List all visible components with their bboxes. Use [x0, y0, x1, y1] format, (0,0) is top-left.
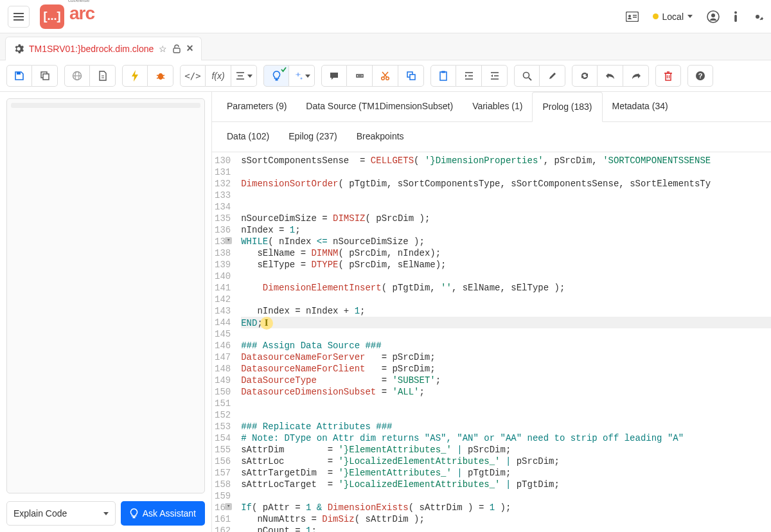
svg-rect-8 — [173, 48, 180, 53]
assistant-mode-select[interactable]: Explain Code — [6, 501, 116, 526]
tab-data[interactable]: Data (102) — [217, 122, 279, 152]
tab-metadata[interactable]: Metadata (34) — [603, 92, 678, 121]
svg-line-17 — [163, 75, 164, 76]
svg-rect-50 — [132, 517, 135, 519]
svg-line-16 — [157, 75, 159, 76]
server-label: Local — [662, 12, 684, 22]
ask-assistant-label: Ask Assistant — [143, 508, 196, 519]
cut-button[interactable] — [373, 65, 398, 87]
id-card-icon[interactable] — [626, 12, 639, 22]
svg-line-42 — [529, 78, 531, 80]
line-gutter: 130131132133134135136137▾138139140141142… — [212, 152, 236, 532]
menu-toggle-button[interactable] — [8, 6, 30, 28]
function-button[interactable]: f(x) — [206, 65, 231, 87]
code-button[interactable]: </> — [180, 65, 206, 87]
ai-sparkle-button[interactable] — [289, 65, 315, 87]
bulb-toggle-button[interactable] — [263, 65, 289, 87]
help-button[interactable]: ? — [687, 65, 713, 87]
globe-button[interactable] — [64, 65, 90, 87]
svg-point-41 — [523, 72, 529, 78]
svg-point-6 — [734, 11, 737, 13]
file-tab-title: TM1SRV01:}bedrock.dim.clone — [29, 44, 154, 54]
app-logo-icon: [...] — [40, 4, 64, 29]
edit-pencil-button[interactable] — [540, 65, 565, 87]
delete-button[interactable] — [655, 65, 681, 87]
refresh-button[interactable] — [572, 65, 598, 87]
svg-rect-3 — [633, 17, 637, 18]
run-button[interactable] — [122, 65, 148, 87]
assistant-mode-label: Explain Code — [13, 508, 67, 519]
process-gear-icon — [13, 44, 24, 54]
bulb-icon — [130, 508, 138, 519]
ask-assistant-button[interactable]: Ask Assistant — [121, 501, 205, 526]
duplicate-button[interactable] — [398, 65, 424, 87]
debug-button[interactable] — [148, 65, 173, 87]
tab-parameters[interactable]: Parameters (9) — [217, 92, 296, 121]
toolbar: </> f(x) ? — [0, 60, 771, 92]
code-area[interactable]: sSortComponentsSense = CELLGETS( '}Dimen… — [236, 152, 771, 532]
tab-variables[interactable]: Variables (1) — [463, 92, 532, 121]
undo-button[interactable] — [598, 65, 623, 87]
search-button[interactable] — [514, 65, 540, 87]
paste-button[interactable] — [430, 65, 456, 87]
main-area: Explain Code Ask Assistant Parameters (9… — [0, 92, 771, 532]
svg-point-15 — [158, 73, 163, 80]
svg-line-19 — [163, 78, 164, 78]
collapse-button[interactable] — [347, 65, 373, 87]
settings-gear-icon[interactable] — [752, 11, 763, 22]
align-button[interactable] — [231, 65, 257, 87]
svg-point-24 — [301, 78, 303, 80]
comment-button[interactable] — [321, 65, 347, 87]
save-button[interactable] — [6, 65, 32, 87]
star-icon[interactable]: ☆ — [159, 44, 167, 54]
svg-line-18 — [157, 78, 159, 78]
svg-rect-2 — [633, 15, 637, 16]
tab-prolog[interactable]: Prolog (183) — [532, 92, 602, 122]
svg-point-5 — [711, 13, 715, 17]
status-dot-icon — [653, 13, 659, 19]
svg-rect-7 — [734, 15, 737, 22]
tab-datasource[interactable]: Data Source (TM1DimensionSubset) — [296, 92, 463, 121]
section-tabs-row1: Parameters (9) Data Source (TM1Dimension… — [212, 92, 771, 122]
editor-panel: Parameters (9) Data Source (TM1Dimension… — [212, 92, 771, 532]
tab-breakpoints[interactable]: Breakpoints — [347, 122, 414, 152]
server-selector[interactable]: Local — [653, 12, 693, 22]
logo-main: arc — [69, 3, 94, 24]
assistant-output-box[interactable] — [6, 98, 205, 493]
svg-rect-34 — [441, 71, 445, 73]
copy-button[interactable] — [32, 65, 58, 87]
chevron-down-icon — [103, 512, 109, 515]
file-tab[interactable]: TM1SRV01:}bedrock.dim.clone ☆ × — [5, 37, 202, 60]
svg-rect-11 — [43, 74, 49, 80]
redo-button[interactable] — [623, 65, 649, 87]
svg-rect-23 — [275, 79, 278, 81]
assistant-panel: Explain Code Ask Assistant — [0, 92, 212, 532]
tab-epilog[interactable]: Epilog (237) — [279, 122, 347, 152]
svg-rect-43 — [666, 73, 671, 80]
file-tab-strip: TM1SRV01:}bedrock.dim.clone ☆ × — [0, 33, 771, 60]
code-editor[interactable]: 130131132133134135136137▾138139140141142… — [212, 152, 771, 532]
lock-open-icon[interactable] — [172, 44, 181, 53]
svg-text:?: ? — [698, 72, 703, 80]
svg-rect-33 — [440, 72, 447, 80]
svg-rect-9 — [17, 72, 21, 75]
top-bar: [...] cubewise arc Local — [0, 0, 771, 33]
svg-point-1 — [628, 15, 631, 17]
app-logo-text: cubewise arc — [69, 9, 94, 24]
document-button[interactable] — [90, 65, 116, 87]
user-icon[interactable] — [707, 10, 720, 23]
indent-button[interactable] — [456, 65, 482, 87]
outdent-button[interactable] — [482, 65, 508, 87]
svg-rect-32 — [410, 75, 415, 80]
info-icon[interactable] — [734, 11, 738, 22]
section-tabs-row2: Data (102) Epilog (237) Breakpoints — [212, 122, 771, 152]
chevron-down-icon — [687, 15, 693, 18]
close-tab-icon[interactable]: × — [186, 42, 193, 55]
